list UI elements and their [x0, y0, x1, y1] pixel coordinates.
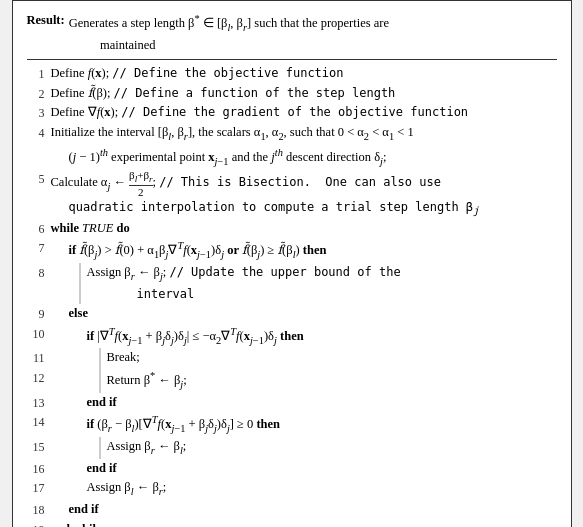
result-text: Generates a step length β* ∈ [βl, βr] su… [69, 11, 389, 55]
line-content-8: Assign βr ← βj; // Update the upper boun… [79, 263, 557, 304]
line-content-16: end if [51, 459, 557, 478]
line-content-11: Break; [99, 348, 557, 367]
line-num-18: 18 [27, 500, 45, 520]
line-num-5: 5 [27, 169, 45, 189]
line-content-19: end while [51, 520, 557, 527]
line-num-12: 12 [27, 368, 45, 388]
line-19: 19 end while [27, 520, 557, 527]
line-12: 12 Return β* ← βj; [27, 368, 557, 393]
line-6: 6 while TRUE do [27, 219, 557, 239]
line-content-9: else [51, 304, 557, 323]
line-num-11: 11 [27, 348, 45, 368]
line-num-6: 6 [27, 219, 45, 239]
line-9: 9 else [27, 304, 557, 324]
line-content-15: Assign βr ← βl; [99, 437, 557, 459]
line-num-8: 8 [27, 263, 45, 283]
line-10: 10 if |∇Tf(xj−1 + βjδj)δj| ≤ −α2∇Tf(xj−1… [27, 324, 557, 349]
line-7: 7 if f̃(βj) > f̃(0) + α1βj∇Tf(xj−1)δj or… [27, 238, 557, 263]
line-num-19: 19 [27, 520, 45, 527]
line-13: 13 end if [27, 393, 557, 413]
line-content-3: Define ∇f(x); // Define the gradient of … [51, 103, 557, 122]
line-num-1: 1 [27, 64, 45, 84]
line-num-16: 16 [27, 459, 45, 479]
line-1: 1 Define f(x); // Define the objective f… [27, 64, 557, 84]
line-content-12: Return β* ← βj; [99, 368, 557, 393]
line-content-2: Define f̃(β); // Define a function of th… [51, 84, 557, 103]
line-num-4: 4 [27, 123, 45, 143]
line-num-9: 9 [27, 304, 45, 324]
line-content-14: if (βr − βl)[∇Tf(xj−1 + βjδj)δj] ≥ 0 the… [51, 412, 557, 437]
line-num-7: 7 [27, 238, 45, 258]
line-4: 4 Initialize the interval [βl, βr], the … [27, 123, 557, 169]
line-num-10: 10 [27, 324, 45, 344]
line-content-18: end if [51, 500, 557, 519]
line-content-7: if f̃(βj) > f̃(0) + α1βj∇Tf(xj−1)δj or f… [51, 238, 557, 263]
line-18: 18 end if [27, 500, 557, 520]
line-num-14: 14 [27, 412, 45, 432]
line-content-10: if |∇Tf(xj−1 + βjδj)δj| ≤ −α2∇Tf(xj−1)δj… [51, 324, 557, 349]
line-16: 16 end if [27, 459, 557, 479]
line-3: 3 Define ∇f(x); // Define the gradient o… [27, 103, 557, 123]
line-num-2: 2 [27, 84, 45, 104]
result-line: Result: Generates a step length β* ∈ [βl… [27, 11, 557, 60]
code-block: 1 Define f(x); // Define the objective f… [27, 64, 557, 527]
line-17: 17 Assign βl ← βr; [27, 478, 557, 500]
line-num-3: 3 [27, 103, 45, 123]
algorithm-box: Result: Generates a step length β* ∈ [βl… [12, 0, 572, 527]
line-8: 8 Assign βr ← βj; // Update the upper bo… [27, 263, 557, 304]
line-content-17: Assign βl ← βr; [51, 478, 557, 500]
line-content-4: Initialize the interval [βl, βr], the sc… [51, 123, 557, 169]
line-content-5: Calculate αj ← βl+βr2; // This is Bisect… [51, 169, 557, 218]
line-content-13: end if [51, 393, 557, 412]
line-content-6: while TRUE do [51, 219, 557, 238]
line-11: 11 Break; [27, 348, 557, 368]
line-num-15: 15 [27, 437, 45, 457]
line-num-13: 13 [27, 393, 45, 413]
line-2: 2 Define f̃(β); // Define a function of … [27, 84, 557, 104]
result-label: Result: [27, 11, 65, 55]
line-15: 15 Assign βr ← βl; [27, 437, 557, 459]
line-content-1: Define f(x); // Define the objective fun… [51, 64, 557, 83]
line-num-17: 17 [27, 478, 45, 498]
line-5: 5 Calculate αj ← βl+βr2; // This is Bise… [27, 169, 557, 218]
line-14: 14 if (βr − βl)[∇Tf(xj−1 + βjδj)δj] ≥ 0 … [27, 412, 557, 437]
